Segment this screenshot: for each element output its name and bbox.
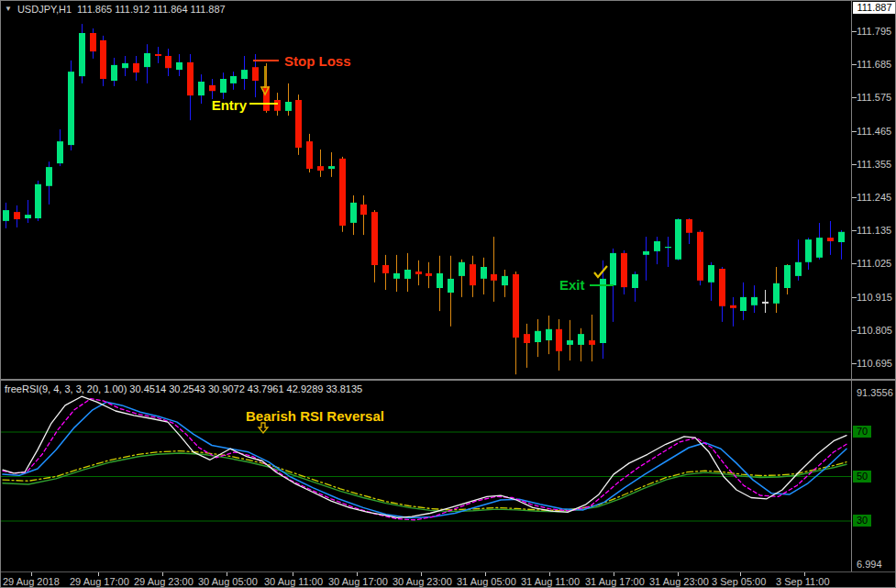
stop-loss-label[interactable]: Stop Loss	[284, 53, 351, 69]
candle-body	[230, 76, 237, 83]
candle-body	[328, 166, 335, 169]
entry-label[interactable]: Entry	[212, 97, 248, 113]
price-axis-label: 111.355	[857, 159, 891, 170]
exit-check-icon	[594, 266, 607, 277]
time-axis-label: 30 Aug 11:00	[264, 576, 323, 587]
rsi-level-badge-30: 30	[853, 515, 871, 527]
price-axis-tick	[852, 131, 857, 132]
candle-body	[578, 334, 584, 345]
candle-body	[14, 212, 20, 219]
candle-body	[632, 274, 638, 288]
price-axis-label: 110.915	[857, 292, 892, 303]
candle-body	[805, 239, 812, 262]
candle-body	[209, 85, 216, 91]
time-axis-tick	[227, 572, 227, 576]
candle-body	[35, 184, 41, 218]
time-axis-tick	[614, 572, 614, 576]
price-axis-label: 111.465	[857, 126, 891, 137]
main-price-chart[interactable]: Stop LossEntryExit	[1, 1, 851, 379]
price-axis-separator	[851, 1, 852, 571]
candle-body	[68, 72, 74, 145]
candle-body	[79, 33, 85, 76]
price-axis-tick	[852, 97, 857, 98]
time-axis-label: 29 Aug 23:00	[134, 576, 194, 587]
rsi-level-badge-70: 70	[853, 426, 871, 438]
time-axis-label: 30 Aug 23:00	[393, 576, 452, 587]
candle-body	[415, 272, 422, 274]
candle-body	[426, 273, 432, 276]
bearish-down-arrow-icon	[259, 423, 268, 433]
candle-body	[122, 63, 128, 68]
time-axis-tick	[293, 572, 293, 576]
price-axis-tick	[852, 263, 857, 264]
candle-body	[675, 219, 681, 260]
time-axis-tick	[98, 572, 99, 576]
rsi-level-badge-50: 50	[853, 471, 871, 483]
rsi-series-signal-magenta	[3, 399, 846, 520]
current-price-marker: 111.887	[853, 2, 896, 14]
candle-body	[46, 167, 52, 186]
time-axis-tick	[678, 572, 679, 576]
price-axis-label: 111.685	[857, 59, 891, 70]
candle-body	[220, 79, 227, 93]
candle-body	[252, 67, 259, 81]
time-axis-tick	[31, 572, 32, 576]
candle-body	[198, 82, 205, 95]
candle-body	[448, 279, 454, 293]
bearish-rsi-reversal-label[interactable]: Bearish RSI Reversal	[246, 408, 384, 424]
rsi-indicator-label: freeRSI(9, 4, 3, 3, 20, 1.00) 30.4514 30…	[5, 383, 362, 394]
candle-body	[133, 63, 139, 72]
candle-body	[795, 262, 802, 276]
time-axis-tick	[357, 572, 358, 576]
candle-body	[535, 331, 541, 342]
candle-body	[459, 262, 465, 276]
candle-body	[524, 334, 530, 343]
time-axis[interactable]: 29 Aug 201829 Aug 17:0029 Aug 23:0030 Au…	[1, 572, 896, 588]
time-axis-label: 31 Aug 11:00	[521, 576, 580, 587]
candle-body	[306, 141, 313, 169]
price-axis-label: 111.795	[857, 26, 891, 37]
price-axis-tick	[852, 230, 857, 231]
candle-body	[360, 205, 367, 215]
candle-body	[643, 251, 649, 255]
candle-body	[502, 276, 508, 285]
price-axis-label: 110.695	[857, 358, 892, 369]
rsi-indicator-panel[interactable]: Bearish RSI Reversal	[1, 381, 851, 571]
price-axis-tick	[852, 297, 857, 298]
time-axis-label: 3 Sep 11:00	[776, 576, 830, 587]
candle-body	[187, 62, 194, 95]
candle-body	[827, 238, 834, 241]
rsi-series-smooth-green	[3, 453, 846, 512]
price-axis-tick	[852, 64, 857, 65]
candle-body	[610, 253, 616, 285]
candle-body	[686, 219, 692, 233]
candle-body	[740, 297, 747, 311]
time-axis-label: 31 Aug 17:00	[585, 576, 645, 587]
candle-body	[241, 70, 248, 79]
candle-body	[784, 265, 791, 288]
time-axis-label: 29 Aug 2018	[3, 576, 60, 587]
time-axis-label: 30 Aug 17:00	[328, 576, 388, 587]
candle-body	[556, 329, 562, 351]
candle-body	[589, 340, 595, 345]
price-axis-label: 111.245	[857, 192, 891, 203]
time-axis-tick	[804, 572, 805, 576]
price-axis-label: 111.135	[857, 225, 891, 236]
candle-body	[144, 53, 150, 67]
price-axis-label: 110.805	[857, 325, 892, 336]
time-axis-tick	[485, 572, 486, 576]
candle-body	[751, 297, 758, 305]
time-axis-tick	[740, 572, 741, 576]
time-axis-label: 31 Aug 23:00	[649, 576, 709, 587]
time-axis-tick	[162, 572, 163, 576]
rsi-max-label: 91.3556	[857, 387, 893, 398]
price-axis-label: 111.575	[857, 92, 891, 103]
candle-body	[317, 166, 324, 171]
exit-label[interactable]: Exit	[559, 277, 585, 293]
candle-body	[111, 65, 117, 81]
candle-body	[100, 40, 106, 79]
time-axis-tick	[421, 572, 422, 576]
time-axis-label: 31 Aug 05:00	[457, 576, 516, 587]
candle-body	[708, 265, 714, 283]
candle-body	[470, 264, 476, 285]
